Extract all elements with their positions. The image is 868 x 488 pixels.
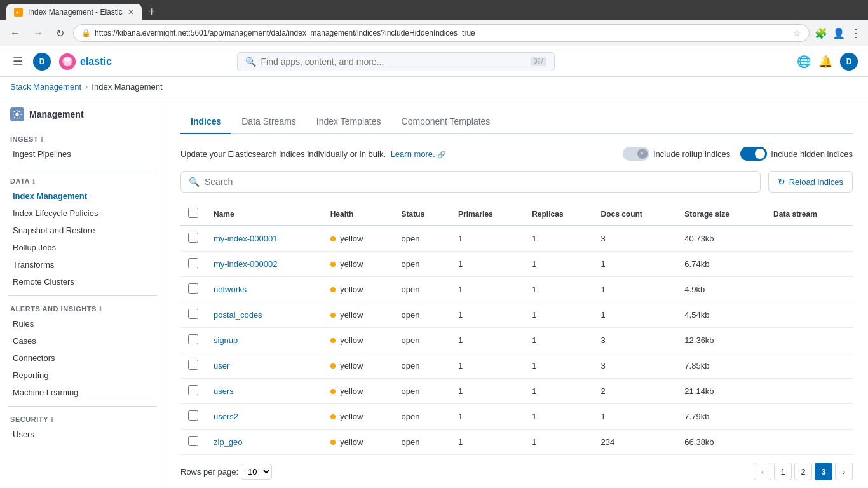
row-checkbox[interactable] — [188, 233, 198, 243]
row-storage-size-cell: 12.36kb — [677, 328, 766, 353]
storage-size-value: 7.85kb — [684, 361, 709, 370]
row-health-cell: yellow — [323, 404, 394, 430]
extensions-button[interactable]: 🧩 — [815, 27, 827, 39]
breadcrumb-parent[interactable]: Stack Management — [10, 82, 81, 92]
sidebar-item-cases[interactable]: Cases — [8, 332, 157, 349]
health-value: yellow — [340, 259, 363, 269]
page-3-button[interactable]: 3 — [815, 463, 832, 480]
profile-button[interactable]: 👤 — [832, 27, 845, 39]
next-page-button[interactable]: › — [835, 463, 853, 480]
table-col-status[interactable]: Status — [393, 203, 451, 226]
sidebar-item-reporting[interactable]: Reporting — [8, 367, 157, 384]
header-right-icons: 🌐 🔔 D — [797, 53, 858, 71]
rollup-toggle-group: ✕ Include rollup indices — [623, 147, 730, 161]
sidebar-item-connectors[interactable]: Connectors — [8, 349, 157, 367]
row-checkbox[interactable] — [188, 385, 198, 395]
row-checkbox[interactable] — [188, 360, 198, 370]
table-col-storage-size[interactable]: Storage size — [677, 203, 766, 226]
sidebar-item-index-management[interactable]: Index Management — [8, 187, 157, 205]
learn-more-link[interactable]: Learn more. — [391, 149, 435, 159]
row-checkbox[interactable] — [188, 258, 198, 268]
tab-index-templates[interactable]: Index Templates — [306, 110, 391, 134]
health-value: yellow — [340, 336, 363, 345]
sidebar-item-transforms[interactable]: Transforms — [8, 256, 157, 273]
sidebar-item-ingest-pipelines[interactable]: Ingest Pipelines — [8, 146, 157, 163]
reload-indices-button[interactable]: ↻ Reload indices — [768, 171, 853, 193]
rollup-toggle[interactable]: ✕ — [623, 147, 649, 161]
sidebar-item-rules[interactable]: Rules — [8, 315, 157, 332]
new-tab-button[interactable]: + — [143, 5, 161, 20]
table-col-primaries[interactable]: Primaries — [451, 203, 524, 226]
browser-tab-active[interactable]: e Index Management - Elastic ✕ — [6, 4, 142, 20]
row-primaries-cell: 1 — [451, 379, 524, 404]
row-storage-size-cell: 4.54kb — [677, 302, 766, 328]
index-name-link[interactable]: my-index-000001 — [214, 234, 277, 243]
row-data-stream-cell — [766, 226, 853, 252]
nav-reload-button[interactable]: ↻ — [52, 25, 68, 42]
address-bar[interactable]: 🔒 https://kibana.evermight.net:5601/app/… — [73, 24, 810, 42]
storage-size-value: 12.36kb — [684, 336, 714, 345]
row-checkbox[interactable] — [188, 334, 198, 344]
nav-forward-button[interactable]: → — [29, 25, 47, 41]
sidebar-item-remote-clusters[interactable]: Remote Clusters — [8, 273, 157, 290]
index-name-link[interactable]: zip_geo — [214, 437, 243, 447]
table-row: my-index-000002 yellow open 1 1 1 6.74kb — [180, 252, 853, 277]
status-value: open — [401, 386, 419, 396]
bookmark-icon[interactable]: ☆ — [793, 28, 801, 38]
header-search-bar[interactable]: 🔍 ⌘/ — [237, 52, 555, 71]
tab-close-icon[interactable]: ✕ — [128, 8, 134, 17]
user-avatar[interactable]: D — [33, 53, 51, 71]
alerts-label: Alerts and Insights — [10, 305, 97, 313]
row-health-cell: yellow — [323, 379, 394, 404]
row-replicas-cell: 1 — [524, 379, 593, 404]
status-value: open — [401, 259, 419, 269]
page-2-button[interactable]: 2 — [794, 463, 812, 480]
index-name-link[interactable]: user — [214, 361, 229, 370]
index-name-link[interactable]: signup — [214, 336, 238, 345]
table-col-data-stream[interactable]: Data stream — [766, 203, 853, 226]
select-all-checkbox[interactable] — [188, 208, 198, 218]
hidden-toggle[interactable] — [740, 147, 767, 161]
table-col-name[interactable]: Name — [206, 203, 323, 226]
tab-component-templates[interactable]: Component Templates — [391, 110, 501, 134]
row-docs-count-cell: 1 — [593, 252, 677, 277]
user-menu-button[interactable]: D — [840, 53, 858, 71]
sidebar-item-machine-learning[interactable]: Machine Learning — [8, 384, 157, 401]
sidebar-item-users[interactable]: Users — [8, 426, 157, 443]
row-checkbox[interactable] — [188, 410, 198, 421]
rows-per-page-select[interactable]: 10 25 50 — [241, 464, 272, 480]
replicas-value: 1 — [532, 310, 536, 320]
prev-page-button[interactable]: ‹ — [754, 463, 771, 480]
sidebar-item-snapshot-restore[interactable]: Snapshot and Restore — [8, 222, 157, 239]
menu-button[interactable]: ⋮ — [850, 26, 862, 40]
sidebar-item-rollup-jobs[interactable]: Rollup Jobs — [8, 239, 157, 256]
nav-back-button[interactable]: ← — [6, 25, 24, 41]
sidebar-item-index-lifecycle[interactable]: Index Lifecycle Policies — [8, 205, 157, 222]
tab-indices[interactable]: Indices — [180, 110, 231, 134]
row-checkbox[interactable] — [188, 283, 198, 294]
header-search-input[interactable] — [261, 57, 526, 67]
index-name-link[interactable]: networks — [214, 285, 247, 294]
table-col-docs-count[interactable]: Docs count — [593, 203, 677, 226]
storage-size-value: 7.79kb — [684, 412, 709, 421]
row-checkbox[interactable] — [188, 436, 198, 446]
table-col-health[interactable]: Health — [323, 203, 394, 226]
index-name-link[interactable]: users2 — [214, 412, 238, 421]
index-name-link[interactable]: postal_codes — [214, 310, 262, 320]
tab-data-streams[interactable]: Data Streams — [231, 110, 306, 134]
table-search-input[interactable] — [205, 177, 752, 187]
hamburger-menu[interactable]: ☰ — [10, 52, 25, 71]
sidebar: Management Ingest ℹ Ingest Pipelines Dat… — [0, 97, 165, 488]
health-value: yellow — [340, 412, 363, 421]
table-search-bar[interactable]: 🔍 — [180, 171, 761, 193]
help-button[interactable]: 🌐 — [797, 55, 811, 69]
docs-count-value: 3 — [600, 234, 605, 243]
index-name-link[interactable]: my-index-000002 — [214, 259, 277, 269]
row-checkbox-cell — [180, 302, 206, 328]
notifications-button[interactable]: 🔔 — [818, 55, 832, 69]
page-1-button[interactable]: 1 — [774, 463, 792, 480]
index-name-link[interactable]: users — [214, 386, 234, 396]
row-checkbox[interactable] — [188, 309, 198, 319]
elastic-logo: elastic — [58, 53, 112, 71]
table-col-replicas[interactable]: Replicas — [524, 203, 593, 226]
